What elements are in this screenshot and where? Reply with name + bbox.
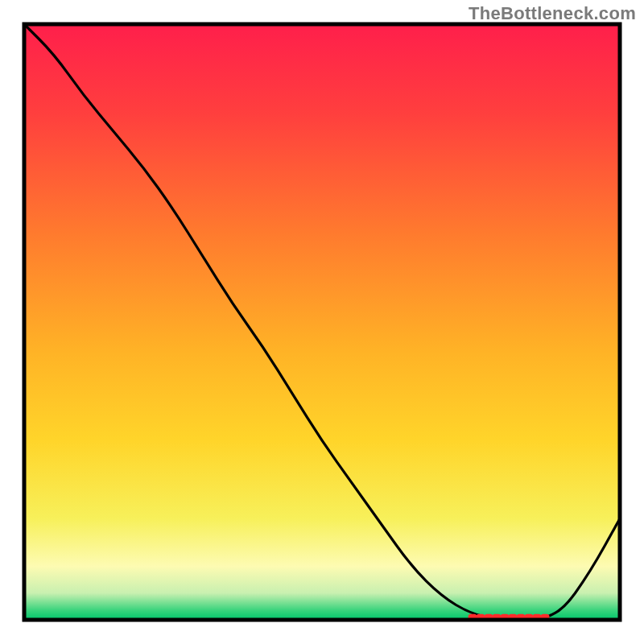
gradient-fill: [24, 24, 620, 620]
bottleneck-chart: [0, 0, 644, 644]
attribution-text: TheBottleneck.com: [469, 3, 636, 24]
chart-container: TheBottleneck.com: [0, 0, 644, 644]
